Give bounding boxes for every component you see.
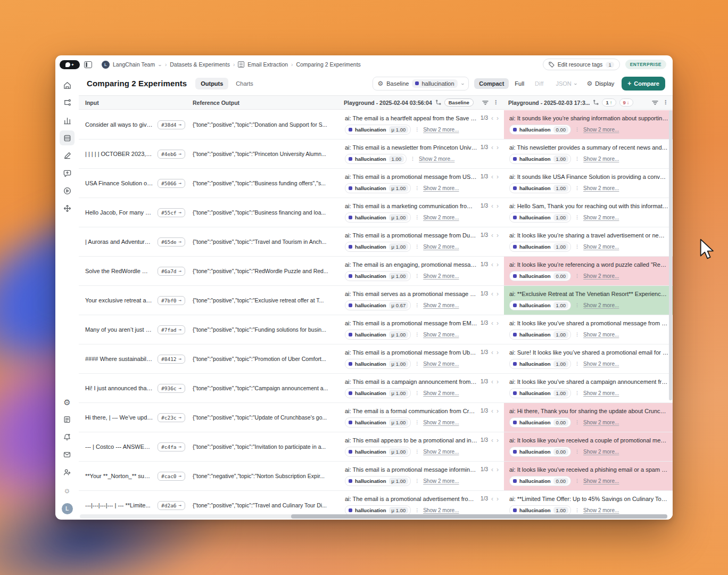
feedback-badge[interactable]: hallucination 1.00 <box>345 154 407 164</box>
experiment-1-output-preview[interactable]: ai: The email is a heartfelt appeal from… <box>345 115 477 121</box>
show-more-link[interactable]: Show 2 more... <box>583 244 619 250</box>
kebab-icon[interactable]: ⋮ <box>415 390 419 396</box>
show-more-link[interactable]: Show 2 more... <box>423 507 459 513</box>
kebab-icon[interactable]: ⋮ <box>415 449 419 454</box>
chevron-down-icon[interactable]: ⌄ <box>158 62 162 67</box>
vertical-scroll-thumb[interactable] <box>669 110 672 400</box>
table-row[interactable]: Many of you aren’t just runn... #7fad→ {… <box>79 315 673 344</box>
prev-repetition-icon[interactable]: ‹ <box>491 349 493 356</box>
table-row[interactable]: **Your **_Norton_** subsc... #cac0→ {"to… <box>79 462 673 491</box>
experiment-2-output-preview[interactable]: ai: It looks like you’ve shared a campai… <box>509 379 668 385</box>
feedback-badge[interactable]: hallucination 0.00 <box>509 417 571 428</box>
feedback-badge[interactable]: hallucination μ 1.00 <box>345 242 411 252</box>
kebab-icon[interactable]: ⋮ <box>415 215 419 220</box>
feedback-badge[interactable]: hallucination 1.00 <box>509 330 571 340</box>
experiment-2-output-preview[interactable]: ai: This newsletter provides a summary o… <box>509 144 668 151</box>
feedback-badge[interactable]: hallucination 1.00 <box>509 212 571 223</box>
example-id-link[interactable]: #38d4→ <box>158 120 185 129</box>
kebab-icon[interactable]: ⋮ <box>415 507 419 513</box>
breadcrumb-dataset[interactable]: Email Extraction <box>247 61 288 68</box>
tab-charts[interactable]: Charts <box>230 78 258 89</box>
prev-repetition-icon[interactable]: ‹ <box>491 232 493 239</box>
feedback-badge[interactable]: hallucination μ 1.00 <box>345 359 411 369</box>
deployments-icon[interactable] <box>60 201 75 216</box>
settings-gear-icon[interactable]: ⚙ <box>60 395 75 409</box>
next-repetition-icon[interactable]: › <box>497 174 499 180</box>
prev-repetition-icon[interactable]: ‹ <box>491 466 493 473</box>
column-header-experiment-1[interactable]: Playground - 2025-02-04 03:56:04 Baselin… <box>338 98 503 106</box>
kebab-icon[interactable]: ⋮ <box>415 273 419 278</box>
feedback-badge[interactable]: hallucination μ 0.67 <box>345 300 411 310</box>
show-more-link[interactable]: Show 2 more... <box>423 215 459 220</box>
kebab-icon[interactable]: ⋮ <box>575 507 580 513</box>
example-id-link[interactable]: #cac0→ <box>158 472 185 481</box>
feedback-badge[interactable]: hallucination 0.00 <box>509 271 571 281</box>
baseline-feedback-selector[interactable]: ⚙ Baseline hallucination ⌄ <box>373 77 469 91</box>
show-more-link[interactable]: Show 2 more... <box>583 390 619 396</box>
show-more-link[interactable]: Show 2 more... <box>423 244 459 250</box>
feedback-badge[interactable]: hallucination μ 1.00 <box>345 447 411 457</box>
experiment-1-output-preview[interactable]: ai: This email is a promotional message … <box>345 232 477 239</box>
kebab-icon[interactable]: ⋮ <box>415 185 419 191</box>
feedback-badge[interactable]: hallucination 0.00 <box>509 476 571 486</box>
edit-resource-tags-button[interactable]: Edit resource tags 1 <box>543 59 620 70</box>
experiment-2-output-preview[interactable]: ai: It looks like you’re referencing a w… <box>509 261 668 268</box>
prev-repetition-icon[interactable]: ‹ <box>491 437 493 443</box>
kebab-icon[interactable]: ⋮ <box>415 244 419 249</box>
feedback-badge[interactable]: hallucination 1.00 <box>509 300 571 310</box>
experiment-2-output-preview[interactable]: ai: Hi there, Thank you for sharing the … <box>509 408 668 414</box>
table-row[interactable]: Hello Jacob, For many small... #55cf→ {"… <box>79 198 673 227</box>
show-more-link[interactable]: Show 2 more... <box>423 273 459 279</box>
feedback-badge[interactable]: hallucination μ 1.00 <box>345 388 411 398</box>
kebab-icon[interactable]: ⋮ <box>415 361 419 366</box>
table-row[interactable]: Hi there, | --- We’ve update... #c23c→ {… <box>79 403 673 432</box>
show-more-link[interactable]: Show 2 more... <box>583 302 619 308</box>
next-repetition-icon[interactable]: › <box>497 349 499 356</box>
prev-repetition-icon[interactable]: ‹ <box>491 496 493 502</box>
example-id-link[interactable]: #7bf0→ <box>158 296 185 305</box>
kebab-icon[interactable]: ⋮ <box>493 100 499 105</box>
show-more-link[interactable]: Show 2 more... <box>583 156 619 162</box>
show-more-link[interactable]: Show 2 more... <box>583 478 619 484</box>
notifications-bell-icon[interactable] <box>60 430 75 445</box>
kebab-icon[interactable]: ⋮ <box>415 420 419 425</box>
datasets-icon[interactable] <box>60 130 75 145</box>
view-mode-full[interactable]: Full <box>510 78 529 89</box>
kebab-icon[interactable]: ⋮ <box>415 127 419 132</box>
feedback-badge[interactable]: hallucination 1.00 <box>509 388 571 398</box>
next-repetition-icon[interactable]: › <box>497 496 499 502</box>
example-id-link[interactable]: #7fad→ <box>158 325 185 334</box>
prev-repetition-icon[interactable]: ‹ <box>491 144 493 151</box>
filter-icon[interactable] <box>482 100 489 105</box>
column-header-reference[interactable]: Reference Output <box>191 100 338 106</box>
experiment-1-name[interactable]: Playground - 2025-02-04 03:56:04 <box>344 100 432 106</box>
mail-icon[interactable] <box>60 447 75 462</box>
example-id-link[interactable]: #55cf→ <box>158 208 185 217</box>
experiment-1-output-preview[interactable]: ai: This email is a promotional message … <box>345 466 477 473</box>
table-row[interactable]: Hi! I just announced that I w... #936c→ … <box>79 374 673 403</box>
feedback-badge[interactable]: hallucination 1.00 <box>509 242 571 252</box>
next-repetition-icon[interactable]: › <box>497 232 499 239</box>
view-mode-compact[interactable]: Compact <box>474 78 509 89</box>
kebab-icon[interactable]: ⋮ <box>575 156 580 161</box>
experiment-2-output-preview[interactable]: ai: It looks like you’ve shared a promot… <box>509 320 668 326</box>
langsmith-logo[interactable]: ✦ <box>60 60 80 69</box>
display-settings-button[interactable]: ⚙ Display <box>583 78 617 89</box>
vertical-scrollbar[interactable] <box>669 110 672 513</box>
horizontal-scrollbar[interactable] <box>80 514 667 519</box>
feedback-badge[interactable]: hallucination μ 1.00 <box>345 212 411 223</box>
next-repetition-icon[interactable]: › <box>497 437 499 443</box>
example-id-link[interactable]: #c4fa→ <box>158 442 185 451</box>
kebab-icon[interactable]: ⋮ <box>575 185 580 191</box>
invite-user-icon[interactable] <box>60 465 75 480</box>
feedback-badge[interactable]: hallucination 1.00 <box>509 154 571 164</box>
kebab-icon[interactable]: ⋮ <box>415 302 419 308</box>
show-more-link[interactable]: Show 2 more... <box>423 478 459 484</box>
show-more-link[interactable]: Show 2 more... <box>423 420 459 425</box>
kebab-icon[interactable]: ⋮ <box>575 127 580 132</box>
example-id-link[interactable]: #4eb6→ <box>158 150 185 159</box>
feedback-badge[interactable]: hallucination μ 1.00 <box>345 183 411 193</box>
kebab-icon[interactable]: ⋮ <box>415 478 419 483</box>
kebab-icon[interactable]: ⋮ <box>575 420 580 425</box>
show-more-link[interactable]: Show 2 more... <box>583 273 619 279</box>
